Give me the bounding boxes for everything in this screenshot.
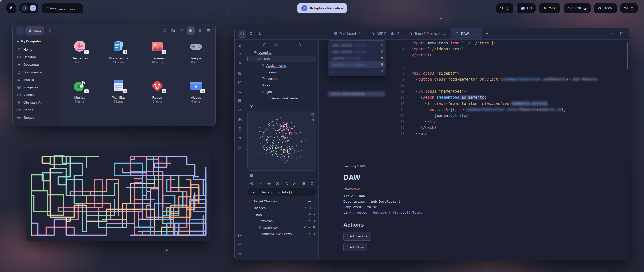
commit-message-input[interactable]: vault backup: {{date}} xyxy=(248,188,316,196)
folder-descargas[interactable]: Descargas2 items xyxy=(62,40,98,79)
tree-item-notes[interactable]: Notes xyxy=(247,82,316,88)
folder-videos[interactable]: Videos4 items xyxy=(178,79,214,118)
tab-list-button[interactable] xyxy=(609,31,615,37)
folder-plantillas[interactable]: Plantillas7 items xyxy=(100,79,137,118)
add-note-button[interactable]: + Add Note xyxy=(343,243,367,251)
note-link-aules[interactable]: Aules xyxy=(357,211,367,214)
scrollbar[interactable] xyxy=(627,42,628,69)
stage-icon[interactable]: + xyxy=(313,219,315,223)
folder-juegos[interactable]: Juegos8 items xyxy=(178,40,214,79)
sidebar-item-repos[interactable]: Repos xyxy=(15,106,58,114)
pipes-terminal-window[interactable] xyxy=(26,151,211,241)
notes-button[interactable] xyxy=(30,5,36,11)
local-graph-button[interactable] xyxy=(248,103,255,109)
ribbon-code-button[interactable] xyxy=(237,107,243,113)
graph-gear-button[interactable] xyxy=(311,113,314,116)
bookmark-sidebar-tab[interactable] xyxy=(256,30,264,38)
close-tab-icon[interactable] xyxy=(474,32,477,35)
folder-musica[interactable]: Musica6 items xyxy=(62,79,98,118)
search-sidebar-tab[interactable] xyxy=(247,30,255,38)
ribbon-scissors-button[interactable] xyxy=(237,145,243,151)
ribbon-clipboard-button[interactable] xyxy=(237,126,243,132)
folder-sidebar-tab[interactable] xyxy=(238,30,246,38)
folder-documentos[interactable]: Documentos14 items xyxy=(100,40,137,79)
tree-item-lectures[interactable]: Lectures xyxy=(247,75,316,82)
system-graph-widget[interactable] xyxy=(42,3,83,13)
search-view-button[interactable] xyxy=(178,26,186,35)
clear-message-icon[interactable] xyxy=(310,190,313,194)
add-lecture-button[interactable]: + Add Lecture xyxy=(343,232,371,241)
git-plus-circle-button[interactable] xyxy=(267,182,271,185)
open-file-row[interactable]: …sveltesrc/compon…M xyxy=(329,61,385,68)
folder-repos[interactable]: Repos6 items xyxy=(139,79,175,118)
git-row-graph-json[interactable]: graph.json↶+M xyxy=(247,224,316,231)
weather-widget[interactable]: 24°C xyxy=(539,3,561,13)
folder-imagenes[interactable]: Imagenes10 items xyxy=(139,40,175,79)
note-link-outlook[interactable]: Outlook xyxy=(373,211,387,214)
ribbon-vault-button[interactable] xyxy=(237,232,243,239)
graph-magnet-button[interactable] xyxy=(311,119,314,122)
ribbon-kanban-button[interactable] xyxy=(237,98,243,104)
tab-asp-practice-6[interactable]: ASP Practice 6 xyxy=(366,28,404,39)
git-list-button[interactable] xyxy=(302,182,305,185)
ribbon-dice-button[interactable] xyxy=(237,70,243,76)
git-circle-dot-button[interactable] xyxy=(250,182,254,185)
open-file-row[interactable]: …U xyxy=(329,68,385,75)
forward-button[interactable] xyxy=(46,26,54,35)
list-view-button[interactable] xyxy=(195,26,204,35)
menu-view-button[interactable] xyxy=(204,26,212,35)
discard-icon[interactable]: ↶ xyxy=(309,232,311,236)
tree-item-learning[interactable]: Learning xyxy=(247,49,316,56)
ribbon-gear-button[interactable] xyxy=(237,251,243,257)
keyboard-layout-widget[interactable]: US xyxy=(516,3,536,13)
stage-icon[interactable]: + xyxy=(313,232,315,236)
git-minus-circle-button[interactable] xyxy=(276,182,279,185)
open-file-row[interactable]: …Two.sveltesrc/co…U xyxy=(329,48,385,55)
stage-icon[interactable]: + xyxy=(313,213,315,216)
discard-icon[interactable]: ↶ xyxy=(309,219,311,223)
git-row-staged-changes[interactable]: Staged Changes—0 xyxy=(247,198,316,205)
tab-dashboard[interactable]: Dashboard xyxy=(329,28,366,39)
ribbon-pin-button[interactable] xyxy=(237,61,243,67)
discard-icon[interactable]: ↶ xyxy=(304,206,307,210)
sidebar-item-home[interactable]: Home xyxy=(15,46,58,53)
git-download-tray-button[interactable] xyxy=(293,182,297,185)
open-file-row[interactable]: …One.sveltesrc/co…U xyxy=(329,42,385,48)
sort-button[interactable] xyxy=(286,43,290,46)
git-check-button[interactable] xyxy=(258,182,262,185)
launcher-button[interactable]: Λ xyxy=(6,3,16,13)
sidebar-item-imagenes[interactable]: Imagenes xyxy=(15,83,58,91)
grid-view-button[interactable] xyxy=(187,26,195,35)
unstage-icon[interactable]: — xyxy=(308,199,311,203)
power-button[interactable] xyxy=(21,5,28,11)
stage-icon[interactable]: + xyxy=(309,226,311,229)
git-upload-tray-button[interactable] xyxy=(284,182,288,185)
git-row-root[interactable]: root↶+ xyxy=(247,211,316,218)
tab-tema-6-pr-cticas[interactable]: Tema 6 Prácticas -… xyxy=(404,28,451,39)
folder-plus-view-button[interactable] xyxy=(169,26,177,35)
media-widget[interactable]: Polyphia - Neurotica xyxy=(297,3,347,13)
ribbon-calendar-button[interactable] xyxy=(237,79,243,85)
ribbon-camera-button[interactable] xyxy=(237,117,243,123)
sidebar-item-descargas[interactable]: Descargas xyxy=(15,61,58,68)
ribbon-dollar-button[interactable] xyxy=(237,135,243,141)
ribbon-home-button[interactable] xyxy=(237,42,243,48)
notifications-widget[interactable]: 24 xyxy=(620,3,638,13)
git-row-learning-daw-exams[interactable]: Learning/DAW/Exams↶+ xyxy=(247,231,316,237)
git-refresh-button[interactable] xyxy=(310,182,314,185)
new-tab-button[interactable] xyxy=(482,28,492,39)
ribbon-terminal-button[interactable] xyxy=(237,89,243,95)
git-row-obsidian[interactable]: .obsidian↶+ xyxy=(247,218,316,224)
tree-item-subjects[interactable]: Subjects xyxy=(247,88,316,95)
ribbon-help-button[interactable] xyxy=(237,242,243,248)
sidebar-item-juegos[interactable]: Juegos xyxy=(15,114,58,121)
folder-plus-button[interactable] xyxy=(274,43,278,46)
graph-filters-button[interactable] xyxy=(248,172,255,179)
ribbon-search-button[interactable] xyxy=(237,51,243,57)
discard-icon[interactable]: ↶ xyxy=(304,226,306,229)
tree-item-desarrollo-cliente[interactable]: Desarrollo-Cliente xyxy=(247,95,316,101)
tree-item-daw[interactable]: DAW xyxy=(247,56,316,62)
camera-view-button[interactable] xyxy=(160,26,168,35)
sidebar-item-musica[interactable]: Musica xyxy=(15,76,58,83)
sidebar-section-header[interactable]: My Computer xyxy=(15,39,58,46)
